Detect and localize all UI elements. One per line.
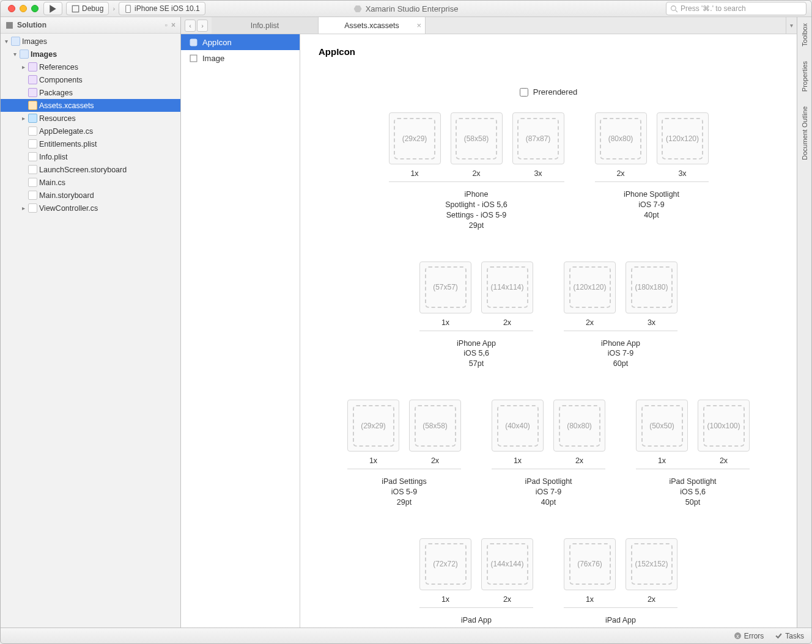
maximize-button[interactable]	[31, 5, 39, 12]
tab-assets[interactable]: Assets.xcassets×	[319, 17, 426, 34]
solution-tree[interactable]: ▾Images ▾Images ▸References ▸Components …	[1, 34, 180, 628]
icon-placeholder: (114x114)	[487, 266, 528, 308]
icon-slot[interactable]: (57x57)	[419, 262, 471, 313]
icon-slot[interactable]: (50x50)	[636, 400, 688, 452]
tree-entitlements[interactable]: ▸Entitlements.plist	[1, 137, 180, 150]
panel-close-icon[interactable]: ×	[171, 21, 175, 29]
prerendered-checkbox[interactable]	[520, 88, 528, 97]
group-caption: iPad App iOS 5,6 72pt	[419, 615, 533, 628]
tree-root[interactable]: ▾Images	[1, 35, 180, 48]
panel-split-icon[interactable]: ▫	[165, 21, 168, 29]
tab-info[interactable]: Info.plist	[212, 17, 319, 34]
scale-label: 1x	[441, 595, 449, 604]
run-config-dropdown[interactable]: Debug	[66, 2, 109, 15]
scale-label: 1x	[658, 456, 666, 465]
icon-placeholder: (100x100)	[703, 405, 745, 447]
device-label: iPhone SE iOS 10.1	[135, 4, 200, 13]
tree-mainstory[interactable]: ▸Main.storyboard	[1, 189, 180, 202]
asset-image[interactable]: Image	[181, 50, 300, 66]
close-tab-icon[interactable]: ×	[416, 21, 421, 30]
scale-label: 1x	[586, 595, 594, 604]
asset-appicon[interactable]: AppIcon	[181, 34, 300, 50]
group-caption: iPhone Spotlight - iOS 5,6 Settings - iO…	[389, 189, 564, 231]
window-title: Xamarin Studio Enterprise	[354, 4, 459, 13]
tree-components[interactable]: ▸Components	[1, 73, 180, 86]
tab-overflow-button[interactable]: ▾	[786, 17, 797, 34]
tree-viewcontroller[interactable]: ▸ViewController.cs	[1, 202, 180, 214]
icon-slot[interactable]: (152x152)	[626, 538, 677, 590]
scale-label: 1x	[410, 169, 418, 178]
asset-list[interactable]: AppIcon Image	[181, 34, 300, 628]
tree-assets[interactable]: ▸Assets.xcassets	[1, 99, 180, 112]
minimize-button[interactable]	[20, 5, 27, 12]
icon-slot[interactable]: (58x58)	[451, 112, 503, 164]
tree-maincs[interactable]: ▸Main.cs	[1, 176, 180, 189]
icon-slot[interactable]: (180x180)	[626, 262, 677, 313]
icon-group: (57x57)1x(114x114)2xiPhone App iOS 5,6 5…	[419, 262, 533, 370]
icon-group: (29x29)1x(58x58)2x(87x87)3xiPhone Spotli…	[389, 112, 564, 231]
group-caption: iPhone App iOS 7-9 60pt	[564, 338, 677, 370]
icon-group: (40x40)1x(80x80)2xiPad Spotlight iOS 7-9…	[492, 400, 605, 508]
icon-slot[interactable]: (80x80)	[553, 400, 605, 452]
icon-slot[interactable]: (144x144)	[481, 538, 533, 590]
icon-slot[interactable]: (29x29)	[389, 112, 441, 164]
nav-back-button[interactable]: ‹	[185, 20, 196, 32]
icon-group: (72x72)1x(144x144)2xiPad App iOS 5,6 72p…	[419, 538, 533, 628]
group-caption: iPhone App iOS 5,6 57pt	[419, 338, 533, 370]
icon-slot[interactable]: (87x87)	[512, 112, 564, 164]
nav-forward-button[interactable]: ›	[197, 20, 208, 32]
icon-slot[interactable]: (29x29)	[347, 400, 399, 452]
icon-placeholder: (80x80)	[600, 118, 641, 159]
editor-tabs: ‹ › Info.plist Assets.xcassets× ▾	[181, 17, 797, 34]
solution-panel: Solution ▫ × ▾Images ▾Images ▸References…	[1, 17, 181, 628]
tree-project[interactable]: ▾Images	[1, 48, 180, 60]
group-caption: iPad Spotlight iOS 7-9 40pt	[492, 477, 605, 508]
icon-slot[interactable]: (58x58)	[409, 400, 461, 452]
tree-launchscreen[interactable]: ▸LaunchScreen.storyboard	[1, 163, 180, 176]
icon-slot[interactable]: (76x76)	[564, 538, 616, 590]
solution-header: Solution ▫ ×	[1, 17, 180, 34]
scale-label: 2x	[472, 169, 480, 178]
rail-outline[interactable]: Document Outline	[801, 104, 808, 163]
icon-placeholder: (50x50)	[641, 405, 683, 447]
icon-slot[interactable]: (120x120)	[564, 262, 616, 313]
tree-packages[interactable]: ▸Packages	[1, 86, 180, 99]
icon-group: (29x29)1x(58x58)2xiPad Settings iOS 5-9 …	[347, 400, 461, 508]
appicon-icon	[190, 38, 197, 46]
global-search[interactable]: Press '⌘.' to search	[666, 2, 806, 15]
icon-placeholder: (80x80)	[559, 405, 600, 447]
scale-label: 1x	[369, 456, 377, 465]
device-dropdown[interactable]: iPhone SE iOS 10.1	[119, 2, 205, 15]
prerendered-label: Prerendered	[533, 87, 577, 97]
icon-slot[interactable]: (120x120)	[657, 112, 709, 164]
right-rail: Toolbox Properties Document Outline	[797, 17, 811, 628]
run-config-label: Debug	[82, 4, 103, 13]
scale-label: 3x	[678, 169, 686, 178]
icon-placeholder: (180x180)	[631, 266, 673, 308]
rail-toolbox[interactable]: Toolbox	[801, 21, 808, 49]
tree-resources[interactable]: ▸Resources	[1, 112, 180, 125]
device-icon	[72, 5, 79, 13]
play-icon	[49, 5, 57, 13]
svg-rect-8	[190, 55, 197, 62]
icon-slot[interactable]: (80x80)	[595, 112, 647, 164]
scale-label: 2x	[431, 456, 439, 465]
group-caption: iPad Settings iOS 5-9 29pt	[347, 477, 461, 508]
icon-slot[interactable]: (100x100)	[698, 400, 750, 452]
icon-placeholder: (58x58)	[456, 118, 497, 159]
icon-placeholder: (87x87)	[517, 118, 559, 159]
icon-slot[interactable]: (114x114)	[481, 262, 533, 313]
rail-properties[interactable]: Properties	[801, 59, 808, 94]
close-button[interactable]	[8, 5, 15, 12]
status-errors[interactable]: x Errors	[734, 632, 764, 640]
tree-references[interactable]: ▸References	[1, 60, 180, 73]
asset-editor: AppIcon Prerendered (29x29)1x(58x58)2x(8…	[300, 34, 797, 628]
icon-slot[interactable]: (40x40)	[492, 400, 544, 452]
run-button[interactable]	[43, 2, 62, 15]
scale-label: 1x	[514, 456, 522, 465]
xamarin-icon	[354, 5, 362, 13]
tree-infoplist[interactable]: ▸Info.plist	[1, 150, 180, 163]
tree-appdelegate[interactable]: ▸AppDelegate.cs	[1, 125, 180, 137]
icon-slot[interactable]: (72x72)	[419, 538, 471, 590]
status-tasks[interactable]: Tasks	[775, 632, 804, 640]
